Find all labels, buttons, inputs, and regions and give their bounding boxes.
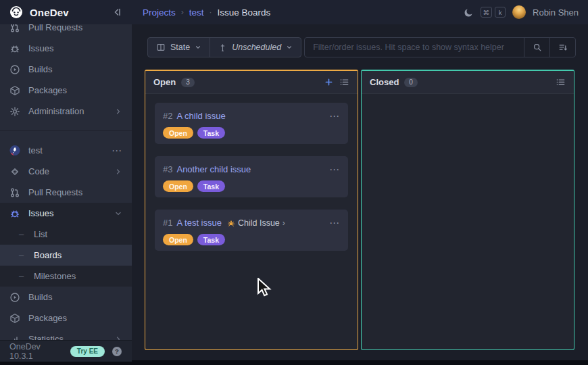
closed-column-body (362, 94, 574, 349)
sidebar-item-issues-list[interactable]: – List (0, 224, 132, 245)
closed-column-header: Closed 0 (362, 71, 574, 94)
sidebar-item-pull-requests[interactable]: Pull Requests (0, 24, 132, 38)
sidebar-item-issues-milestones[interactable]: – Milestones (0, 266, 132, 287)
version-label: OneDev 10.3.1 (9, 342, 64, 361)
sidebar-item-project-pull-requests[interactable]: Pull Requests (0, 182, 132, 203)
issue-number: #2 (163, 111, 172, 121)
top-bar: OneDev Projects › test · Issue Boards ⌘ … (0, 0, 588, 24)
milestone-select-button[interactable]: Unscheduled (210, 38, 301, 57)
cmd-key: ⌘ (481, 7, 493, 18)
sidebar-item-issues-boards[interactable]: – Boards (0, 245, 132, 266)
column-list-icon[interactable] (556, 77, 566, 87)
sidebar-item-builds[interactable]: Builds (0, 59, 132, 80)
user-name[interactable]: Robin Shen (533, 7, 579, 18)
collapse-sidebar-icon[interactable] (112, 7, 122, 18)
card-more-icon[interactable]: ⋯ (329, 166, 340, 173)
sidebar-item-project-packages[interactable]: Packages (0, 308, 132, 328)
search-shortcut-hint: ⌘ k (481, 7, 506, 18)
play-circle-icon (9, 292, 20, 303)
issue-filter-bar (304, 37, 576, 57)
breadcrumb-project-test[interactable]: test (189, 7, 204, 18)
package-icon (9, 313, 20, 324)
state-badge-open: Open (163, 127, 193, 139)
chevron-down-icon (195, 44, 201, 51)
pull-request-icon (9, 24, 20, 33)
sidebar-item-code[interactable]: Code (0, 161, 132, 182)
topbar-actions: ⌘ k Robin Shen (464, 5, 588, 19)
type-badge-task: Task (197, 180, 225, 192)
type-badge-task: Task (197, 234, 225, 245)
breadcrumb: Projects › test · Issue Boards (132, 7, 464, 18)
spider-link-icon (227, 219, 235, 227)
board-toolbar: State Unscheduled (147, 37, 576, 57)
sidebar-item-project-issues[interactable]: Issues (0, 203, 132, 224)
sidebar-scroll[interactable]: Pull Requests Issues Builds Packages Adm… (0, 24, 132, 340)
chevron-right-icon: › (283, 218, 285, 228)
dark-mode-moon-icon[interactable] (464, 7, 474, 18)
dash-icon: – (19, 250, 26, 260)
sidebar-divider (0, 130, 132, 131)
breadcrumb-separator: · (210, 7, 212, 17)
open-column-header: Open 3 (145, 71, 358, 94)
board-selectors: State Unscheduled (147, 37, 301, 57)
breadcrumb-separator: › (181, 7, 184, 17)
sidebar-project-test[interactable]: test ⋯ (0, 140, 132, 161)
issue-title-link[interactable]: A child issue (176, 111, 225, 121)
milestone-icon (218, 43, 227, 52)
column-title: Closed (370, 77, 399, 87)
state-badge-open: Open (163, 180, 193, 192)
sidebar-item-issues[interactable]: Issues (0, 38, 132, 59)
breadcrumb-projects[interactable]: Projects (143, 7, 176, 18)
project-more-icon[interactable]: ⋯ (112, 145, 122, 157)
board-column-open: Open 3 #2 A child issue ⋯ Open (145, 70, 358, 350)
issue-number: #3 (163, 164, 172, 174)
column-count-badge: 3 (181, 78, 195, 87)
bar-chart-icon (9, 334, 20, 341)
chevron-right-icon (114, 168, 122, 176)
type-badge-task: Task (197, 127, 225, 139)
svg-text:?: ? (115, 347, 119, 355)
user-avatar[interactable] (512, 5, 526, 19)
open-column-body: #2 A child issue ⋯ Open Task #3 Another … (145, 94, 358, 349)
issue-title-link[interactable]: A test issue (176, 218, 221, 228)
sidebar-item-project-builds[interactable]: Builds (0, 287, 132, 308)
filter-input[interactable] (305, 38, 524, 57)
help-icon[interactable]: ? (112, 346, 122, 357)
page-title: Issue Boards (218, 7, 271, 18)
issue-card[interactable]: #1 A test issue Child Issue › ⋯ Open Ta (155, 210, 348, 251)
main-content: State Unscheduled Open 3 (132, 24, 588, 360)
onedev-app: OneDev Projects › test · Issue Boards ⌘ … (0, 0, 588, 365)
sidebar-item-administration[interactable]: Administration (0, 101, 132, 122)
brand: OneDev (0, 0, 132, 24)
project-rocket-avatar (9, 145, 20, 156)
sidebar-item-packages[interactable]: Packages (0, 80, 132, 101)
try-ee-badge[interactable]: Try EE (70, 346, 105, 357)
k-key: k (495, 7, 506, 18)
card-more-icon[interactable]: ⋯ (329, 220, 340, 226)
column-count-badge: 0 (404, 78, 418, 87)
gear-icon (9, 106, 20, 117)
pull-request-icon (9, 187, 20, 198)
issue-board: Open 3 #2 A child issue ⋯ Open (145, 70, 574, 350)
board-select-button[interactable]: State (148, 38, 210, 57)
sidebar-item-statistics[interactable]: Statistics (0, 328, 132, 340)
dash-icon: – (19, 271, 26, 281)
order-icon[interactable] (549, 38, 575, 57)
sidebar-footer: OneDev 10.3.1 Try EE ? (0, 340, 132, 362)
chevron-down-icon (114, 210, 122, 218)
chevron-right-icon (114, 107, 122, 116)
issues-section: Issues – List – Boards – Milestones (0, 203, 132, 287)
search-icon[interactable] (524, 38, 549, 57)
card-more-icon[interactable]: ⋯ (329, 113, 340, 120)
issue-card[interactable]: #2 A child issue ⋯ Open Task (155, 103, 348, 144)
add-issue-icon[interactable] (324, 77, 334, 87)
child-issue-link[interactable]: Child Issue › (227, 218, 285, 228)
chevron-right-icon (114, 335, 122, 341)
package-icon (9, 85, 20, 96)
issue-title-link[interactable]: Another child issue (176, 164, 251, 174)
bug-icon (9, 208, 20, 219)
app-name: OneDev (30, 7, 105, 18)
chevron-down-icon (286, 44, 293, 51)
column-list-icon[interactable] (339, 77, 349, 87)
issue-card[interactable]: #3 Another child issue ⋯ Open Task (155, 156, 348, 197)
